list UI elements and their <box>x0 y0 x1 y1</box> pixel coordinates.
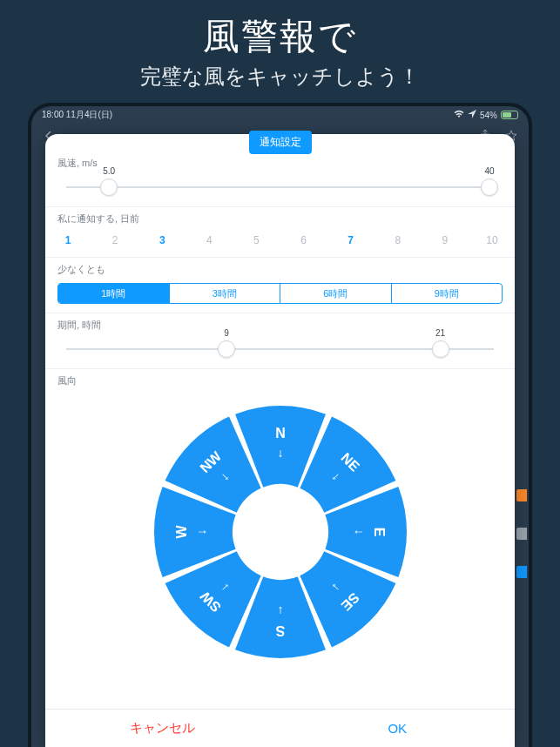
notify-day-6[interactable]: 6 <box>295 234 313 246</box>
compass-label-S: S <box>275 623 285 638</box>
section-direction: 風向 N↓NE↓E↓SE↓S↓SW↓W↓NW↓ <box>45 369 515 675</box>
section-period: 期間, 時間 9 21 <box>45 313 515 369</box>
section-at-least: 少なくとも 1時間3時間6時間9時間 <box>45 258 515 313</box>
modal-title: 通知設定 <box>249 131 312 154</box>
wind-speed-thumb-max[interactable] <box>481 178 498 196</box>
notify-day-1[interactable]: 1 <box>59 234 77 246</box>
device-frame: 18:00 11月4日(日) 54% <box>28 103 532 747</box>
wifi-icon <box>454 110 464 120</box>
notify-day-8[interactable]: 8 <box>389 234 407 246</box>
location-icon <box>468 110 476 120</box>
battery-text: 54% <box>480 111 497 120</box>
status-time: 18:00 11月4日(日) <box>42 109 112 121</box>
notify-day-2[interactable]: 2 <box>106 234 124 246</box>
period-thumb-min[interactable] <box>218 340 235 358</box>
notify-days-row: 12345678910 <box>57 232 503 248</box>
at-least-option[interactable]: 3時間 <box>169 284 280 303</box>
modal-footer: キャンセル OK <box>45 709 515 747</box>
notify-day-10[interactable]: 10 <box>483 234 501 246</box>
wind-speed-max-value: 40 <box>485 166 495 176</box>
period-min-value: 9 <box>224 328 229 338</box>
at-least-option[interactable]: 6時間 <box>280 284 391 303</box>
notify-day-4[interactable]: 4 <box>200 234 218 246</box>
settings-modal: 通知設定 風速, m/s 5.0 40 私に通知する, 日前 123456789… <box>45 134 515 747</box>
background-peek <box>516 489 529 707</box>
compass-arrow-icon: ↓ <box>277 604 283 618</box>
at-least-segmented: 1時間3時間6時間9時間 <box>57 283 503 304</box>
status-bar: 18:00 11月4日(日) 54% <box>31 106 529 124</box>
notify-days-label: 私に通知する, 日前 <box>57 212 503 225</box>
wind-speed-label: 風速, m/s <box>57 157 503 170</box>
period-max-value: 21 <box>435 328 445 338</box>
wind-speed-thumb-min[interactable] <box>100 178 118 196</box>
cancel-button[interactable]: キャンセル <box>45 710 280 747</box>
at-least-label: 少なくとも <box>57 263 503 276</box>
notify-day-5[interactable]: 5 <box>247 234 265 246</box>
section-wind-speed: 風速, m/s 5.0 40 <box>45 151 515 207</box>
compass-arrow-icon: ↓ <box>353 529 367 535</box>
direction-compass[interactable]: N↓NE↓E↓SE↓S↓SW↓W↓NW↓ <box>150 401 411 663</box>
at-least-option[interactable]: 9時間 <box>391 284 503 303</box>
battery-icon <box>501 111 518 119</box>
promo-subtitle: 完璧な風をキャッチしよう！ <box>0 63 560 91</box>
compass-arrow-icon: ↓ <box>277 446 283 460</box>
notify-day-3[interactable]: 3 <box>153 234 171 246</box>
direction-label: 風向 <box>57 374 503 387</box>
promo-title: 風警報で <box>0 12 560 61</box>
compass-center <box>236 488 325 576</box>
compass-label-N: N <box>275 426 286 441</box>
at-least-option[interactable]: 1時間 <box>58 284 169 303</box>
compass-label-E: E <box>372 528 387 537</box>
notify-day-9[interactable]: 9 <box>436 234 454 246</box>
period-slider[interactable]: 9 21 <box>66 339 494 360</box>
section-notify-days: 私に通知する, 日前 12345678910 <box>45 207 515 258</box>
period-thumb-max[interactable] <box>432 340 449 358</box>
notify-day-7[interactable]: 7 <box>342 234 360 246</box>
wind-speed-slider[interactable]: 5.0 40 <box>66 177 494 198</box>
wind-speed-min-value: 5.0 <box>103 166 115 176</box>
compass-arrow-icon: ↓ <box>194 529 208 535</box>
ok-button[interactable]: OK <box>280 710 516 747</box>
compass-label-W: W <box>174 525 189 539</box>
